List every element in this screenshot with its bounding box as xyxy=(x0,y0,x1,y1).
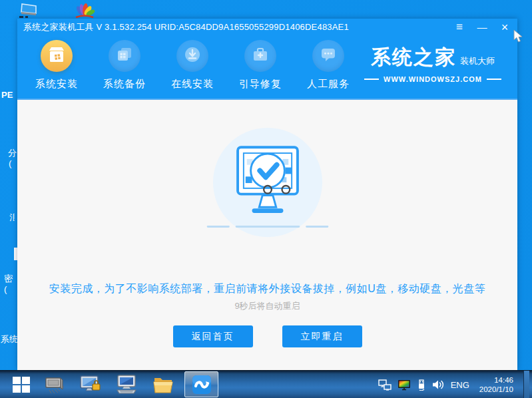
nav-item-label: 在线安装 xyxy=(160,78,224,91)
background-window-fragment: ( xyxy=(4,284,7,294)
home-button[interactable]: 返回首页 xyxy=(173,325,253,347)
brand-site: WWW.WINDOWSZJ.COM xyxy=(384,75,482,83)
online-download-icon xyxy=(183,45,202,67)
service-chat-icon xyxy=(319,45,338,67)
language-indicator[interactable]: ENG xyxy=(451,380,469,390)
background-window-fragment: 密 xyxy=(4,273,13,285)
logo-rule-left xyxy=(364,79,379,80)
mouse-cursor xyxy=(513,29,523,46)
monitor-check-success-icon xyxy=(202,128,333,244)
windows-start-icon[interactable] xyxy=(7,371,36,398)
boot-repair-toolbox-icon xyxy=(251,45,270,67)
background-window-fragment: 系统 xyxy=(1,333,18,345)
restart-countdown: 9秒后将自动重启 xyxy=(17,300,517,312)
nav-item-system-install[interactable]: 系统安装 xyxy=(25,40,89,91)
install-package-icon xyxy=(47,45,67,67)
clock[interactable]: 14:46 2020/1/10 xyxy=(475,375,517,394)
usb-icon[interactable] xyxy=(417,379,426,391)
clock-date: 2020/1/10 xyxy=(479,385,513,394)
nav-item-label: 人工服务 xyxy=(296,78,360,91)
install-complete-message: 安装完成，为了不影响系统部署，重启前请将外接设备拔掉，例如U盘，移动硬盘，光盘等 xyxy=(17,282,517,296)
chip-icon[interactable] xyxy=(40,371,69,398)
speaker-icon[interactable] xyxy=(432,379,445,390)
show-desktop-button[interactable] xyxy=(523,371,529,398)
close-icon[interactable]: × xyxy=(499,19,511,36)
brand-name: 系统之家 xyxy=(371,44,456,71)
nav-item-system-backup[interactable]: 系统备份 xyxy=(93,40,156,91)
installer-window: 系统之家装机工具 V 3.1.532.254 URID:A5C84DD9A165… xyxy=(17,19,517,370)
nav-item-label: 引导修复 xyxy=(228,78,292,91)
nav-item-boot-repair[interactable]: 引导修复 xyxy=(228,40,292,91)
icon-label-fragment xyxy=(19,16,23,18)
logo-rule-right xyxy=(487,79,501,80)
clock-time: 14:46 xyxy=(479,375,513,385)
background-window-fragment: 分 xyxy=(8,147,17,159)
menu-icon[interactable]: ≡ xyxy=(453,19,465,36)
navbar: 系统安装 系统备份 xyxy=(17,36,517,100)
brand-badge: 装机大师 xyxy=(460,55,495,67)
system-backup-icon xyxy=(115,45,134,67)
titlebar[interactable]: 系统之家装机工具 V 3.1.532.254 URID:A5C84DD9A165… xyxy=(17,19,517,36)
nav-item-label: 系统安装 xyxy=(25,78,89,91)
restart-now-button[interactable]: 立即重启 xyxy=(282,325,362,347)
display-color-icon[interactable] xyxy=(398,379,411,391)
secure-display-icon[interactable] xyxy=(76,371,105,398)
background-window-fragment: PE xyxy=(1,90,13,100)
brand-logo: 系统之家 装机大师 WWW.WINDOWSZJ.COM xyxy=(360,44,505,83)
computer-icon[interactable] xyxy=(112,371,141,398)
minimize-icon[interactable]: — xyxy=(476,19,488,36)
nav-item-service[interactable]: 人工服务 xyxy=(296,40,360,91)
window-title: 系统之家装机工具 V 3.1.532.254 URID:A5C84DD9A165… xyxy=(17,21,349,33)
nav-item-online-install[interactable]: 在线安装 xyxy=(160,40,224,91)
content-area: 安装完成，为了不影响系统部署，重启前请将外接设备拔掉，例如U盘，移动硬盘，光盘等… xyxy=(17,101,517,370)
nav-item-label: 系统备份 xyxy=(93,78,156,91)
network-icon[interactable] xyxy=(378,379,392,391)
system-tray: ENG 14:46 2020/1/10 xyxy=(378,371,532,398)
background-window-fragment: ( xyxy=(9,158,11,168)
taskbar: ENG 14:46 2020/1/10 xyxy=(0,370,532,398)
icon-label-fragment xyxy=(25,16,28,18)
zhuangji-app-icon[interactable] xyxy=(184,371,218,397)
folder-icon[interactable] xyxy=(148,371,178,398)
